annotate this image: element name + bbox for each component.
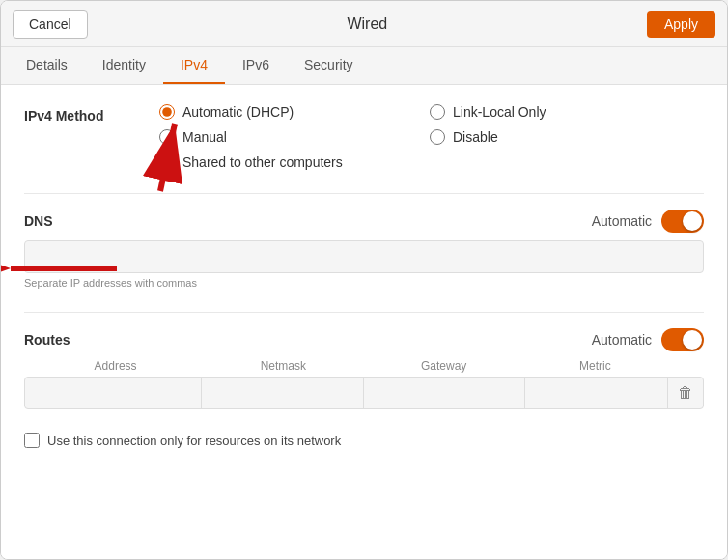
divider-1 xyxy=(24,193,704,194)
window-title: Wired xyxy=(347,15,387,33)
routes-label: Routes xyxy=(24,332,70,348)
dns-section: DNS Automatic Separate IP addresses with… xyxy=(24,210,704,289)
routes-section: Routes Automatic Address Netmask Gateway… xyxy=(24,328,704,409)
routes-table-header: Address Netmask Gateway Metric xyxy=(24,359,704,373)
radio-col-left: Automatic (DHCP) Manual Shared to other … xyxy=(159,104,430,170)
col-header-netmask: Netmask xyxy=(203,359,363,373)
radio-shared-label: Shared to other computers xyxy=(182,154,343,170)
apply-button[interactable]: Apply xyxy=(647,11,715,38)
col-header-address: Address xyxy=(28,359,203,373)
dns-hint: Separate IP addresses with commas xyxy=(24,277,704,289)
routes-table-row: 🗑 xyxy=(24,377,704,409)
radio-automatic[interactable]: Automatic (DHCP) xyxy=(159,104,430,120)
dns-toggle-row: DNS Automatic xyxy=(24,210,704,233)
tab-details[interactable]: Details xyxy=(9,47,85,84)
routes-toggle-right: Automatic xyxy=(592,328,704,351)
ipv4-method-section: IPv4 Method Automatic (DHCP) Manual xyxy=(24,104,704,170)
connection-only-checkbox-row[interactable]: Use this connection only for resources o… xyxy=(24,433,704,448)
radio-link-local-input[interactable] xyxy=(430,104,445,120)
tab-ipv6[interactable]: IPv6 xyxy=(225,47,287,84)
radio-automatic-label: Automatic (DHCP) xyxy=(182,104,294,120)
content-area: IPv4 Method Automatic (DHCP) Manual xyxy=(1,85,727,559)
divider-2 xyxy=(24,312,704,313)
cancel-button[interactable]: Cancel xyxy=(13,10,88,39)
titlebar: Cancel Wired Apply xyxy=(1,1,727,47)
routes-cell-metric[interactable] xyxy=(525,378,668,408)
radio-link-local-label: Link-Local Only xyxy=(453,104,546,120)
radio-manual-input[interactable] xyxy=(159,129,175,145)
routes-automatic-label: Automatic xyxy=(592,332,652,348)
tab-ipv4[interactable]: IPv4 xyxy=(163,47,225,84)
col-header-action xyxy=(666,359,700,373)
connection-only-label: Use this connection only for resources o… xyxy=(47,434,341,448)
routes-toggle-slider xyxy=(661,328,704,351)
routes-header: Routes Automatic xyxy=(24,328,704,351)
dns-label: DNS xyxy=(24,213,53,229)
radio-columns: Automatic (DHCP) Manual Shared to other … xyxy=(159,104,700,170)
radio-manual[interactable]: Manual xyxy=(159,129,430,145)
radio-shared-input[interactable] xyxy=(159,154,175,170)
col-header-metric: Metric xyxy=(524,359,666,373)
routes-cell-gateway[interactable] xyxy=(364,378,526,408)
dns-toggle-right: Automatic xyxy=(592,210,704,233)
connection-only-checkbox[interactable] xyxy=(24,433,40,448)
ipv4-method-label: IPv4 Method xyxy=(24,104,159,124)
tab-security[interactable]: Security xyxy=(287,47,371,84)
radio-disable-label: Disable xyxy=(453,129,498,145)
radio-automatic-input[interactable] xyxy=(159,104,175,120)
radio-shared[interactable]: Shared to other computers xyxy=(159,154,430,170)
radio-link-local[interactable]: Link-Local Only xyxy=(430,104,700,120)
radio-manual-label: Manual xyxy=(182,129,227,145)
dns-automatic-label: Automatic xyxy=(592,213,652,229)
col-header-gateway: Gateway xyxy=(364,359,524,373)
routes-cell-netmask[interactable] xyxy=(202,378,364,408)
routes-delete-button[interactable]: 🗑 xyxy=(668,378,703,408)
dns-toggle[interactable] xyxy=(661,210,704,233)
routes-cell-address[interactable] xyxy=(25,378,202,408)
dns-input[interactable] xyxy=(24,240,704,273)
tab-identity[interactable]: Identity xyxy=(85,47,163,84)
window: Cancel Wired Apply Details Identity IPv4… xyxy=(0,0,728,560)
dns-toggle-slider xyxy=(661,210,704,233)
routes-toggle[interactable] xyxy=(661,328,704,351)
radio-col-right: Link-Local Only Disable xyxy=(430,104,700,170)
radio-disable-input[interactable] xyxy=(430,129,445,145)
tabs: Details Identity IPv4 IPv6 Security xyxy=(1,47,727,85)
radio-disable[interactable]: Disable xyxy=(430,129,700,145)
